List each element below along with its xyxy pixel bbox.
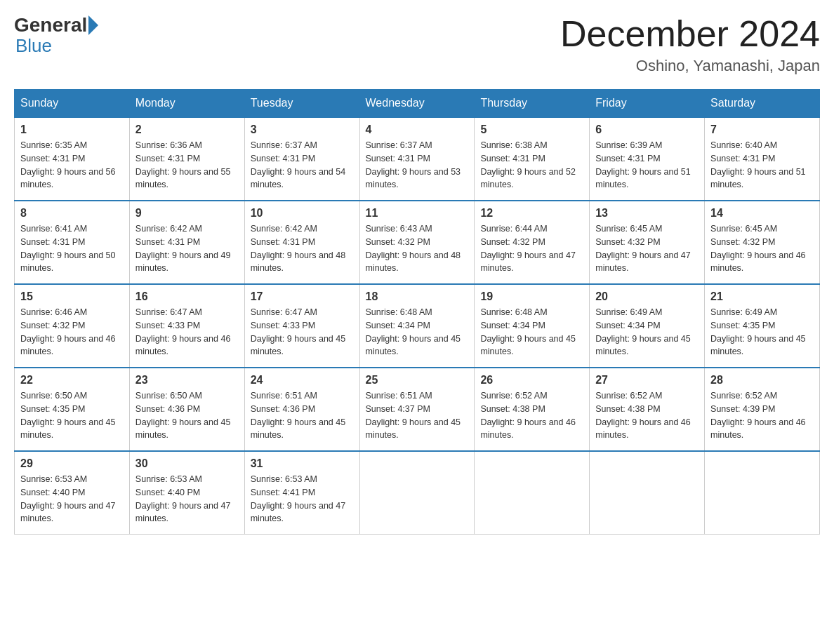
day-info: Sunrise: 6:50 AMSunset: 4:36 PMDaylight:…: [135, 389, 239, 442]
day-number: 19: [480, 290, 583, 303]
day-info: Sunrise: 6:43 AMSunset: 4:32 PMDaylight:…: [366, 222, 469, 275]
day-info: Sunrise: 6:38 AMSunset: 4:31 PMDaylight:…: [480, 139, 583, 192]
day-number: 28: [710, 374, 814, 387]
day-info: Sunrise: 6:48 AMSunset: 4:34 PMDaylight:…: [480, 306, 583, 358]
calendar-week-row: 8 Sunrise: 6:41 AMSunset: 4:31 PMDayligh…: [15, 201, 820, 284]
day-number: 13: [595, 207, 699, 220]
day-info: Sunrise: 6:53 AMSunset: 4:40 PMDaylight:…: [135, 473, 239, 525]
day-info: Sunrise: 6:45 AMSunset: 4:32 PMDaylight:…: [710, 222, 814, 275]
day-info: Sunrise: 6:41 AMSunset: 4:31 PMDaylight:…: [20, 222, 124, 275]
calendar-day-cell: [590, 451, 705, 535]
day-number: 24: [251, 374, 354, 387]
logo-blue-text: Blue: [15, 35, 52, 57]
day-number: 30: [135, 457, 239, 470]
day-info: Sunrise: 6:39 AMSunset: 4:31 PMDaylight:…: [595, 139, 699, 192]
logo: General Blue: [14, 14, 100, 57]
calendar-day-cell: 31 Sunrise: 6:53 AMSunset: 4:41 PMDaylig…: [244, 451, 359, 535]
day-info: Sunrise: 6:44 AMSunset: 4:32 PMDaylight:…: [480, 222, 583, 275]
day-number: 3: [251, 123, 354, 136]
day-info: Sunrise: 6:48 AMSunset: 4:34 PMDaylight:…: [366, 306, 469, 358]
calendar-day-cell: 26 Sunrise: 6:52 AMSunset: 4:38 PMDaylig…: [475, 368, 590, 451]
day-number: 23: [135, 374, 239, 387]
day-number: 7: [710, 123, 814, 136]
day-of-week-header: Friday: [590, 90, 705, 118]
location: Oshino, Yamanashi, Japan: [560, 57, 820, 75]
day-info: Sunrise: 6:50 AMSunset: 4:35 PMDaylight:…: [20, 389, 124, 442]
calendar-day-cell: 5 Sunrise: 6:38 AMSunset: 4:31 PMDayligh…: [475, 117, 590, 201]
day-number: 15: [20, 290, 124, 303]
calendar-day-cell: 1 Sunrise: 6:35 AMSunset: 4:31 PMDayligh…: [15, 117, 130, 201]
calendar-day-cell: 23 Sunrise: 6:50 AMSunset: 4:36 PMDaylig…: [129, 368, 244, 451]
day-number: 16: [135, 290, 239, 303]
calendar-day-cell: 30 Sunrise: 6:53 AMSunset: 4:40 PMDaylig…: [129, 451, 244, 535]
day-info: Sunrise: 6:45 AMSunset: 4:32 PMDaylight:…: [595, 222, 699, 275]
day-number: 6: [595, 123, 699, 136]
day-number: 14: [710, 207, 814, 220]
day-number: 20: [595, 290, 699, 303]
calendar-body: 1 Sunrise: 6:35 AMSunset: 4:31 PMDayligh…: [15, 117, 820, 535]
calendar-day-cell: 15 Sunrise: 6:46 AMSunset: 4:32 PMDaylig…: [15, 284, 130, 368]
calendar-day-cell: 28 Sunrise: 6:52 AMSunset: 4:39 PMDaylig…: [705, 368, 820, 451]
calendar-day-cell: [359, 451, 475, 535]
title-area: December 2024 Oshino, Yamanashi, Japan: [560, 14, 820, 75]
month-title: December 2024: [560, 14, 820, 54]
calendar-day-cell: 3 Sunrise: 6:37 AMSunset: 4:31 PMDayligh…: [244, 117, 359, 201]
day-number: 22: [20, 374, 124, 387]
day-info: Sunrise: 6:42 AMSunset: 4:31 PMDaylight:…: [251, 222, 354, 275]
calendar-day-cell: 18 Sunrise: 6:48 AMSunset: 4:34 PMDaylig…: [359, 284, 475, 368]
calendar-header: SundayMondayTuesdayWednesdayThursdayFrid…: [15, 90, 820, 118]
day-number: 26: [480, 374, 583, 387]
day-number: 4: [366, 123, 469, 136]
day-of-week-header: Thursday: [475, 90, 590, 118]
day-info: Sunrise: 6:40 AMSunset: 4:31 PMDaylight:…: [710, 139, 814, 192]
day-number: 31: [251, 457, 354, 470]
calendar-day-cell: 27 Sunrise: 6:52 AMSunset: 4:38 PMDaylig…: [590, 368, 705, 451]
day-of-week-header: Wednesday: [359, 90, 475, 118]
day-info: Sunrise: 6:37 AMSunset: 4:31 PMDaylight:…: [366, 139, 469, 192]
calendar-day-cell: 12 Sunrise: 6:44 AMSunset: 4:32 PMDaylig…: [475, 201, 590, 284]
day-info: Sunrise: 6:37 AMSunset: 4:31 PMDaylight:…: [251, 139, 354, 192]
day-number: 2: [135, 123, 239, 136]
calendar-day-cell: 4 Sunrise: 6:37 AMSunset: 4:31 PMDayligh…: [359, 117, 475, 201]
day-info: Sunrise: 6:35 AMSunset: 4:31 PMDaylight:…: [20, 139, 124, 192]
day-number: 17: [251, 290, 354, 303]
day-of-week-header: Sunday: [15, 90, 130, 118]
day-number: 10: [251, 207, 354, 220]
calendar-day-cell: 13 Sunrise: 6:45 AMSunset: 4:32 PMDaylig…: [590, 201, 705, 284]
calendar-day-cell: 29 Sunrise: 6:53 AMSunset: 4:40 PMDaylig…: [15, 451, 130, 535]
day-number: 12: [480, 207, 583, 220]
day-info: Sunrise: 6:51 AMSunset: 4:37 PMDaylight:…: [366, 389, 469, 442]
days-of-week-row: SundayMondayTuesdayWednesdayThursdayFrid…: [15, 90, 820, 118]
calendar-day-cell: 2 Sunrise: 6:36 AMSunset: 4:31 PMDayligh…: [129, 117, 244, 201]
day-of-week-header: Saturday: [705, 90, 820, 118]
day-number: 9: [135, 207, 239, 220]
day-info: Sunrise: 6:42 AMSunset: 4:31 PMDaylight:…: [135, 222, 239, 275]
page-header: General Blue December 2024 Oshino, Yaman…: [14, 14, 820, 75]
calendar-day-cell: 17 Sunrise: 6:47 AMSunset: 4:33 PMDaylig…: [244, 284, 359, 368]
day-info: Sunrise: 6:53 AMSunset: 4:40 PMDaylight:…: [20, 473, 124, 525]
day-of-week-header: Tuesday: [244, 90, 359, 118]
day-info: Sunrise: 6:52 AMSunset: 4:38 PMDaylight:…: [480, 389, 583, 442]
day-number: 1: [20, 123, 124, 136]
day-info: Sunrise: 6:52 AMSunset: 4:39 PMDaylight:…: [710, 389, 814, 442]
calendar-day-cell: 9 Sunrise: 6:42 AMSunset: 4:31 PMDayligh…: [129, 201, 244, 284]
calendar-week-row: 15 Sunrise: 6:46 AMSunset: 4:32 PMDaylig…: [15, 284, 820, 368]
day-info: Sunrise: 6:49 AMSunset: 4:35 PMDaylight:…: [710, 306, 814, 358]
calendar-day-cell: 22 Sunrise: 6:50 AMSunset: 4:35 PMDaylig…: [15, 368, 130, 451]
day-number: 21: [710, 290, 814, 303]
calendar-day-cell: 24 Sunrise: 6:51 AMSunset: 4:36 PMDaylig…: [244, 368, 359, 451]
calendar-day-cell: 7 Sunrise: 6:40 AMSunset: 4:31 PMDayligh…: [705, 117, 820, 201]
calendar-day-cell: 16 Sunrise: 6:47 AMSunset: 4:33 PMDaylig…: [129, 284, 244, 368]
calendar-week-row: 1 Sunrise: 6:35 AMSunset: 4:31 PMDayligh…: [15, 117, 820, 201]
calendar-day-cell: [705, 451, 820, 535]
day-info: Sunrise: 6:46 AMSunset: 4:32 PMDaylight:…: [20, 306, 124, 358]
day-info: Sunrise: 6:47 AMSunset: 4:33 PMDaylight:…: [135, 306, 239, 358]
day-number: 27: [595, 374, 699, 387]
day-number: 18: [366, 290, 469, 303]
day-number: 11: [366, 207, 469, 220]
calendar-day-cell: 19 Sunrise: 6:48 AMSunset: 4:34 PMDaylig…: [475, 284, 590, 368]
day-info: Sunrise: 6:51 AMSunset: 4:36 PMDaylight:…: [251, 389, 354, 442]
calendar-day-cell: 21 Sunrise: 6:49 AMSunset: 4:35 PMDaylig…: [705, 284, 820, 368]
calendar-week-row: 29 Sunrise: 6:53 AMSunset: 4:40 PMDaylig…: [15, 451, 820, 535]
day-info: Sunrise: 6:53 AMSunset: 4:41 PMDaylight:…: [251, 473, 354, 525]
